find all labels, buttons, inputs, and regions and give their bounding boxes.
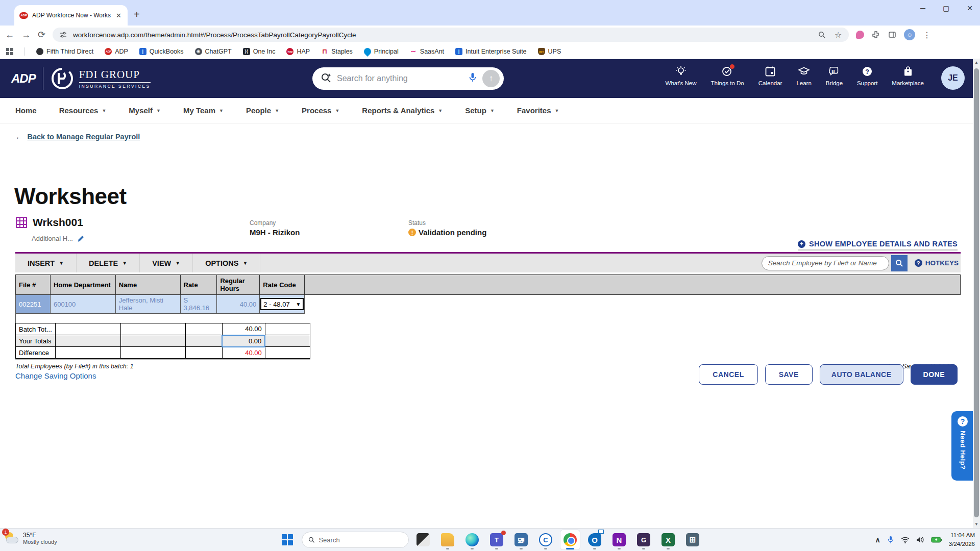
excel-button[interactable]: X (658, 530, 678, 550)
bookmark-one-inc[interactable]: ⟩⟨One Inc (243, 48, 276, 55)
taskbar-search[interactable] (302, 532, 409, 548)
chrome-button[interactable] (560, 530, 580, 550)
task-view-button[interactable] (413, 530, 433, 550)
view-menu[interactable]: VIEW▼ (140, 254, 193, 272)
back-to-manage-payroll-link[interactable]: ← Back to Manage Regular Payroll (15, 133, 140, 141)
apps-grid-icon[interactable] (6, 48, 13, 55)
delete-menu[interactable]: DELETE▼ (77, 254, 140, 272)
side-panel-icon[interactable] (888, 30, 897, 39)
employee-search-input[interactable] (762, 256, 889, 270)
need-help-tab[interactable]: ? Need Help? (951, 411, 974, 481)
nav-setup[interactable]: Setup▼ (465, 106, 495, 115)
col-header-hours[interactable]: Regular Hours (217, 275, 260, 295)
marketplace-button[interactable]: Marketplace (892, 65, 924, 86)
whats-new-button[interactable]: What's New (666, 65, 697, 86)
table-row[interactable]: 002251 600100 Jefferson, Misti Hale S 3,… (16, 295, 961, 314)
edge-button[interactable] (462, 530, 482, 550)
tab-close-icon[interactable]: ✕ (115, 11, 122, 20)
col-header-name[interactable]: Name (115, 275, 180, 295)
col-header-file[interactable]: File # (16, 275, 51, 295)
window-minimize-icon[interactable]: ─ (920, 4, 925, 12)
address-bar[interactable]: workforcenow.adp.com/theme/admin.html#/P… (53, 28, 849, 42)
col-header-rate-code[interactable]: Rate Code (260, 275, 305, 295)
window-close-icon[interactable]: ✕ (967, 4, 973, 12)
global-search-input[interactable] (337, 74, 463, 83)
show-employee-details-link[interactable]: + SHOW EMPLOYEE DETAILS AND RATES (798, 240, 958, 251)
onenote-button[interactable]: N (609, 530, 629, 550)
nav-process[interactable]: Process▼ (302, 106, 339, 115)
browser-menu-icon[interactable]: ⋮ (922, 30, 932, 39)
done-button[interactable]: DONE (911, 364, 958, 385)
wifi-icon[interactable] (901, 537, 910, 543)
nav-my-team[interactable]: My Team▼ (183, 106, 224, 115)
browser-tab[interactable]: ADP ADP Workforce Now - Workshe ✕ (14, 5, 128, 26)
taskbar-clock[interactable]: 11:04 AM 3/24/2026 (949, 531, 975, 548)
forward-icon[interactable]: → (21, 30, 31, 39)
bridge-button[interactable]: B Bridge (826, 65, 843, 86)
back-icon[interactable]: ← (5, 30, 14, 39)
bookmark-principal[interactable]: Principal (364, 48, 399, 55)
user-avatar[interactable]: JE (941, 66, 965, 90)
hotkeys-button[interactable]: ? HOTKEYS (915, 259, 959, 267)
scrollbar-thumb[interactable] (974, 68, 979, 517)
bookmark-chatgpt[interactable]: ✳ChatGPT (195, 48, 232, 55)
bookmark-adp[interactable]: ADPADP (105, 48, 128, 55)
cell-file-number[interactable]: 002251 (16, 295, 51, 314)
hidden-icons-chevron[interactable]: ∧ (875, 536, 880, 544)
employee-search-button[interactable] (891, 255, 908, 271)
learn-button[interactable]: Learn (796, 65, 811, 86)
support-button[interactable]: ? Support (857, 65, 877, 86)
battery-icon[interactable] (931, 537, 942, 543)
calendar-button[interactable]: Calendar (758, 65, 782, 86)
auto-balance-button[interactable]: AUTO BALANCE (820, 364, 903, 385)
window-maximize-icon[interactable]: ▢ (943, 4, 949, 12)
bookmark-fifth-third[interactable]: Fifth Third Direct (36, 48, 93, 55)
weather-widget[interactable]: 1 35°F Mostly cloudy (4, 531, 57, 546)
nav-resources[interactable]: Resources▼ (59, 106, 107, 115)
microphone-tray-icon[interactable] (887, 536, 894, 544)
bookmark-ups[interactable]: upsUPS (538, 48, 561, 55)
bookmark-hap[interactable]: hapHAP (286, 48, 310, 55)
remote-desktop-button[interactable]: 🖳 (511, 530, 531, 550)
things-to-do-button[interactable]: Things to Do (711, 65, 744, 86)
reload-icon[interactable]: ⟳ (38, 30, 45, 39)
bookmark-star-icon[interactable]: ☆ (834, 30, 843, 39)
bookmark-quickbooks[interactable]: |QuickBooks (139, 48, 184, 55)
scroll-down-icon[interactable]: ▼ (973, 521, 980, 528)
nav-people[interactable]: People▼ (246, 106, 279, 115)
zoom-icon[interactable] (817, 30, 826, 39)
col-header-rate[interactable]: Rate (180, 275, 217, 295)
nav-reports-analytics[interactable]: Reports & Analytics▼ (362, 106, 443, 115)
insert-menu[interactable]: INSERT▼ (15, 254, 77, 272)
browser-profile-avatar[interactable]: ☺ (904, 29, 915, 40)
your-totals-hours-input[interactable]: 0.00 (222, 335, 265, 347)
options-menu[interactable]: OPTIONS▼ (193, 254, 260, 272)
rate-code-select[interactable]: 2 - 48.07 ▼ (260, 298, 304, 310)
app-g-button[interactable]: G (633, 530, 654, 550)
extensions-puzzle-icon[interactable] (871, 30, 880, 39)
nav-home[interactable]: Home (15, 106, 37, 115)
file-explorer-button[interactable] (437, 530, 458, 550)
cell-home-department[interactable]: 600100 (50, 295, 115, 314)
taskbar-search-input[interactable] (318, 536, 402, 544)
bookmark-staples[interactable]: ⊓Staples (321, 48, 353, 55)
page-scrollbar[interactable]: ▲ ▼ (973, 59, 980, 528)
app-c-button[interactable]: C (535, 530, 556, 550)
bookmark-intuit[interactable]: |Intuit Enterprise Suite (455, 48, 527, 55)
cell-rate[interactable]: S 3,846.16 (180, 295, 217, 314)
calculator-button[interactable]: ⊞ (682, 530, 703, 550)
nav-favorites[interactable]: Favorites▼ (517, 106, 559, 115)
change-saving-options-link[interactable]: Change Saving Options (15, 371, 96, 380)
cell-regular-hours[interactable]: 40.00 (217, 295, 260, 314)
col-header-dept[interactable]: Home Department (50, 275, 115, 295)
nav-myself[interactable]: Myself▼ (129, 106, 161, 115)
search-submit-button[interactable]: ↑ (482, 70, 500, 87)
edit-pencil-icon[interactable] (77, 235, 85, 242)
volume-icon[interactable] (916, 536, 924, 543)
new-tab-button[interactable]: + (134, 9, 140, 19)
scroll-up-icon[interactable]: ▲ (973, 59, 980, 66)
teams-button[interactable]: T (486, 530, 507, 550)
bookmark-saasant[interactable]: ∼SaasAnt (410, 48, 444, 55)
cell-employee-name[interactable]: Jefferson, Misti Hale (115, 295, 180, 314)
microphone-icon[interactable] (468, 72, 477, 85)
